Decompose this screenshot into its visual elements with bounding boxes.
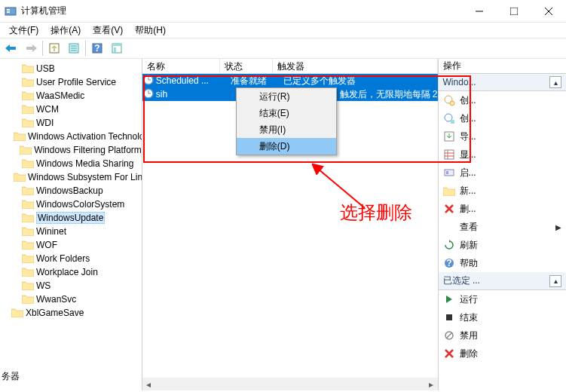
action-刷新[interactable]: 刷新 bbox=[439, 236, 566, 254]
import-icon bbox=[443, 130, 455, 142]
minimize-button[interactable] bbox=[462, 0, 497, 23]
grid-icon bbox=[443, 149, 455, 161]
details-button[interactable] bbox=[108, 40, 126, 57]
task-trigger: 已定义多个触发器 bbox=[283, 75, 438, 87]
tree-item-windowsbackup[interactable]: WindowsBackup bbox=[0, 184, 142, 198]
folder-icon bbox=[22, 185, 34, 196]
back-button[interactable] bbox=[2, 40, 20, 57]
menu-view[interactable]: 查看(V) bbox=[87, 23, 129, 38]
tree-item-ws[interactable]: WS bbox=[0, 279, 142, 292]
actions-group-windowsupdate[interactable]: Windo... ▴ bbox=[439, 74, 566, 91]
action-删除[interactable]: 删除 bbox=[439, 345, 566, 363]
tree-item-usb[interactable]: USB bbox=[0, 62, 142, 75]
action-运行[interactable]: 运行 bbox=[439, 290, 566, 308]
context-menu-end[interactable]: 结束(E) bbox=[237, 105, 336, 121]
tree-item-wininet[interactable]: Wininet bbox=[0, 225, 142, 238]
svg-rect-34 bbox=[446, 171, 448, 174]
action-label: 结束 bbox=[460, 311, 478, 324]
action-label: 新... bbox=[460, 185, 476, 198]
action-label: 显... bbox=[460, 149, 476, 161]
tree-item-label: Workplace Join bbox=[36, 267, 98, 277]
tree-item-wof[interactable]: WOF bbox=[0, 238, 142, 252]
action-label: 创... bbox=[460, 94, 476, 107]
col-status[interactable]: 状态 bbox=[220, 59, 273, 73]
action-label: 查看 bbox=[460, 221, 478, 234]
scroll-left-button[interactable]: ◂ bbox=[142, 378, 155, 390]
tree-item-xblgamesave[interactable]: XblGameSave bbox=[0, 306, 142, 320]
scroll-right-button[interactable]: ▸ bbox=[425, 378, 438, 390]
svg-text:?: ? bbox=[94, 43, 99, 54]
horizontal-scrollbar[interactable]: ◂ ▸ bbox=[142, 378, 438, 390]
menu-file[interactable]: 文件(F) bbox=[3, 23, 44, 38]
task-row[interactable]: Scheduled ...准备就绪已定义多个触发器 bbox=[142, 74, 438, 87]
folder-icon bbox=[22, 253, 34, 264]
folder-icon bbox=[11, 308, 23, 318]
tree-item-wcm[interactable]: WCM bbox=[0, 103, 142, 116]
tree-item-work-folders[interactable]: Work Folders bbox=[0, 252, 142, 265]
action-创...[interactable]: 创... bbox=[439, 91, 566, 109]
tree-item-label: Windows Activation Technologies bbox=[28, 131, 142, 142]
tree-item-user-profile-service[interactable]: User Profile Service bbox=[0, 75, 142, 89]
action-启...[interactable]: 启... bbox=[439, 164, 566, 182]
action-禁用[interactable]: 禁用 bbox=[439, 326, 566, 345]
forward-button[interactable] bbox=[22, 40, 40, 57]
tree-item-label: WindowsColorSystem bbox=[36, 199, 124, 210]
tree-item-label: Wininet bbox=[36, 226, 66, 237]
nav-tree[interactable]: USBUser Profile ServiceWaaSMedicWCMWDIWi… bbox=[0, 59, 142, 390]
scroll-track[interactable] bbox=[155, 378, 425, 390]
stop-icon bbox=[443, 311, 455, 323]
tree-item-windows-media-sharing[interactable]: Windows Media Sharing bbox=[0, 157, 142, 170]
action-显...[interactable]: 显... bbox=[439, 145, 566, 164]
tree-item-windowsupdate[interactable]: WindowsUpdate bbox=[0, 211, 142, 225]
action-帮助[interactable]: ?帮助 bbox=[439, 254, 566, 272]
collapse-icon[interactable]: ▴ bbox=[549, 275, 561, 287]
tree-item-wwansvc[interactable]: WwanSvc bbox=[0, 292, 142, 306]
tree-item-label: User Profile Service bbox=[36, 77, 116, 87]
tree-item-label: XblGameSave bbox=[26, 308, 84, 318]
collapse-icon[interactable]: ▴ bbox=[549, 76, 561, 88]
close-button[interactable] bbox=[531, 0, 566, 23]
col-name[interactable]: 名称 bbox=[142, 59, 220, 73]
svg-rect-39 bbox=[446, 314, 452, 320]
maximize-button[interactable] bbox=[497, 0, 531, 23]
action-查看[interactable]: 查看▶ bbox=[439, 218, 566, 236]
action-创...[interactable]: 创... bbox=[439, 109, 566, 127]
context-menu-disable[interactable]: 禁用(I) bbox=[237, 121, 336, 138]
action-删...[interactable]: 删... bbox=[439, 200, 566, 218]
tree-item-label: WaaSMedic bbox=[36, 90, 84, 101]
context-menu-run[interactable]: 运行(R) bbox=[237, 88, 336, 105]
actions-group1-title: Windo... bbox=[443, 77, 476, 87]
tree-item-windowscolorsystem[interactable]: WindowsColorSystem bbox=[0, 198, 142, 211]
toolbar-separator bbox=[85, 41, 86, 56]
window-title: 计算机管理 bbox=[21, 5, 462, 17]
tree-item-windows-activation-technologies[interactable]: Windows Activation Technologies bbox=[0, 130, 142, 143]
action-新...[interactable]: 新... bbox=[439, 182, 566, 200]
properties-button[interactable] bbox=[65, 40, 83, 57]
actions-group-selected[interactable]: 已选定 ... ▴ bbox=[439, 272, 566, 290]
svg-rect-33 bbox=[445, 170, 454, 176]
folder-icon bbox=[22, 118, 34, 128]
action-导...[interactable]: 导... bbox=[439, 127, 566, 145]
action-结束[interactable]: 结束 bbox=[439, 308, 566, 326]
tree-item-wdi[interactable]: WDI bbox=[0, 116, 142, 130]
action-label: 启... bbox=[460, 167, 476, 179]
context-menu-delete[interactable]: 删除(D) bbox=[237, 138, 336, 155]
actions-group2-title: 已选定 ... bbox=[443, 274, 480, 287]
folder-icon bbox=[22, 158, 34, 169]
menu-help[interactable]: 帮助(H) bbox=[129, 23, 172, 38]
col-triggers[interactable]: 触发器 bbox=[273, 59, 438, 73]
folder-new-icon bbox=[443, 185, 455, 197]
menu-action[interactable]: 操作(A) bbox=[44, 23, 87, 38]
list-header: 名称 状态 触发器 bbox=[142, 59, 438, 74]
tree-item-windows-filtering-platform[interactable]: Windows Filtering Platform bbox=[0, 143, 142, 157]
up-button[interactable] bbox=[45, 40, 63, 57]
tree-item-windows-subsystem-for-linux[interactable]: Windows Subsystem For Linux bbox=[0, 170, 142, 184]
tree-item-waasmedic[interactable]: WaaSMedic bbox=[0, 89, 142, 103]
task-name: sih bbox=[156, 89, 231, 100]
task-list-panel: 名称 状态 触发器 Scheduled ...准备就绪已定义多个触发器sih1 … bbox=[142, 59, 439, 390]
action-label: 刷新 bbox=[460, 239, 478, 252]
tree-item-workplace-join[interactable]: Workplace Join bbox=[0, 265, 142, 279]
menubar: 文件(F) 操作(A) 查看(V) 帮助(H) bbox=[0, 23, 566, 38]
context-menu-run-label: 运行(R) bbox=[259, 90, 290, 103]
help-button[interactable]: ? bbox=[88, 40, 106, 57]
